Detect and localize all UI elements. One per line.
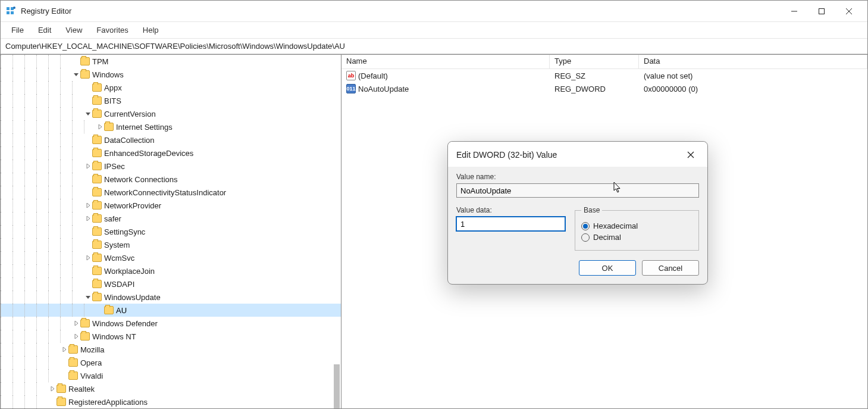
folder-icon [92, 214, 102, 223]
cancel-button[interactable]: Cancel [642, 260, 699, 276]
radio-decimal[interactable]: Decimal [581, 233, 692, 242]
tree-node-currentversion[interactable]: CurrentVersion [1, 107, 341, 120]
tree-node-registeredapplications[interactable]: RegisteredApplications [1, 395, 341, 408]
window-title: Registry Editor [21, 7, 781, 15]
list-row[interactable]: ab(Default)REG_SZ(value not set) [341, 69, 867, 82]
tree-node-opera[interactable]: Opera [1, 356, 341, 369]
expander-icon[interactable] [84, 202, 92, 209]
col-header-type[interactable]: Type [550, 55, 639, 68]
tree-node-appx[interactable]: Appx [1, 81, 341, 94]
tree-node-label: SettingSync [104, 227, 145, 236]
folder-icon [92, 254, 102, 262]
value-name-label: Value name: [456, 173, 699, 181]
expander-icon[interactable] [48, 386, 57, 392]
dialog-close-button[interactable] [682, 148, 699, 162]
tree-node-label: WindowsUpdate [104, 293, 161, 302]
tree-node-workplacejoin[interactable]: WorkplaceJoin [1, 264, 341, 277]
main-split: TPMWindowsAppxBITSCurrentVersionInternet… [1, 54, 867, 408]
list-header: Name Type Data [341, 55, 867, 69]
expander-icon[interactable] [84, 163, 92, 170]
tree-node-wcmsvc[interactable]: WcmSvc [1, 251, 341, 264]
tree-node-label: TPM [92, 57, 108, 66]
menu-view[interactable]: View [59, 24, 88, 36]
tree-node-datacollection[interactable]: DataCollection [1, 133, 341, 146]
tree-node-safer[interactable]: safer [1, 212, 341, 225]
folder-icon [92, 96, 102, 105]
menu-favorites[interactable]: Favorites [90, 24, 134, 36]
tree-node-vivaldi[interactable]: Vivaldi [1, 369, 341, 382]
expander-icon[interactable] [60, 346, 68, 353]
tree-node-internet-settings[interactable]: Internet Settings [1, 120, 341, 133]
tree-node-settingsync[interactable]: SettingSync [1, 225, 341, 238]
expander-icon[interactable] [72, 333, 80, 340]
close-button[interactable] [835, 2, 863, 21]
tree-node-windows-defender[interactable]: Windows Defender [1, 317, 341, 330]
tree-node-wsdapi[interactable]: WSDAPI [1, 277, 341, 291]
tree-node-label: NetworkProvider [104, 201, 161, 210]
expander-icon[interactable] [84, 255, 92, 261]
minimize-button[interactable] [781, 2, 808, 21]
base-legend: Base [581, 206, 602, 214]
radio-hexadecimal[interactable]: Hexadecimal [581, 221, 692, 230]
tree-node-network-connections[interactable]: Network Connections [1, 173, 341, 186]
menu-edit[interactable]: Edit [32, 24, 57, 36]
expander-icon[interactable] [84, 216, 92, 222]
col-header-name[interactable]: Name [341, 55, 550, 68]
folder-icon [92, 175, 102, 183]
radio-hex-label: Hexadecimal [593, 221, 638, 230]
maximize-button[interactable] [808, 2, 835, 21]
folder-icon [57, 385, 66, 393]
value-name: NoAutoUpdate [358, 85, 409, 93]
value-data-input[interactable] [456, 217, 565, 231]
tree-node-realtek[interactable]: Realtek [1, 382, 341, 395]
expander-icon[interactable] [96, 124, 104, 130]
value-data: 0x00000000 (0) [639, 85, 867, 93]
tree-node-windowsupdate[interactable]: WindowsUpdate [1, 291, 341, 304]
registry-tree[interactable]: TPMWindowsAppxBITSCurrentVersionInternet… [1, 55, 341, 408]
folder-icon [80, 57, 90, 65]
folder-icon [68, 345, 78, 354]
folder-icon [104, 123, 114, 131]
registry-editor-window: Registry Editor File Edit View Favorites… [0, 0, 868, 409]
folder-icon [92, 162, 102, 170]
tree-node-label: Appx [104, 83, 122, 92]
edit-dword-dialog: Edit DWORD (32-bit) Value Value name: Va… [447, 141, 708, 285]
tree-node-networkconnectivitystatusindicator[interactable]: NetworkConnectivityStatusIndicator [1, 186, 341, 199]
tree-node-windows[interactable]: Windows [1, 68, 341, 81]
expander-icon[interactable] [84, 111, 92, 117]
tree-node-label: Network Connections [104, 175, 178, 184]
list-row[interactable]: 011NoAutoUpdateREG_DWORD0x00000000 (0) [341, 82, 867, 95]
tree-node-label: safer [104, 214, 121, 223]
tree-node-bits[interactable]: BITS [1, 94, 341, 107]
tree-node-label: NetworkConnectivityStatusIndicator [104, 188, 226, 197]
tree-scrollbar-thumb[interactable] [334, 364, 340, 408]
col-header-data[interactable]: Data [639, 55, 867, 68]
menu-file[interactable]: File [5, 24, 30, 36]
folder-icon [92, 293, 102, 301]
ok-button[interactable]: OK [579, 260, 636, 276]
tree-node-windows-nt[interactable]: Windows NT [1, 330, 341, 343]
value-name-input[interactable] [456, 183, 699, 198]
radio-dec-indicator [581, 233, 590, 242]
tree-node-tpm[interactable]: TPM [1, 55, 341, 68]
expander-icon[interactable] [72, 71, 80, 78]
address-bar[interactable]: Computer\HKEY_LOCAL_MACHINE\SOFTWARE\Pol… [1, 39, 867, 54]
expander-icon[interactable] [84, 294, 92, 301]
tree-node-ipsec[interactable]: IPSec [1, 160, 341, 173]
tree-node-system[interactable]: System [1, 238, 341, 251]
tree-node-label: Vivaldi [80, 371, 103, 380]
expander-icon[interactable] [72, 320, 80, 327]
tree-node-networkprovider[interactable]: NetworkProvider [1, 199, 341, 212]
dword-value-icon: 011 [346, 84, 356, 93]
folder-icon [92, 136, 102, 144]
value-data: (value not set) [639, 71, 867, 80]
tree-node-au[interactable]: AU [1, 304, 341, 317]
tree-node-enhancedstoragedevices[interactable]: EnhancedStorageDevices [1, 146, 341, 160]
menu-help[interactable]: Help [137, 24, 165, 36]
tree-node-label: Opera [80, 358, 102, 367]
value-type: REG_DWORD [550, 85, 639, 93]
tree-node-mozilla[interactable]: Mozilla [1, 343, 341, 356]
value-data-label: Value data: [456, 206, 565, 214]
svg-rect-2 [7, 11, 10, 14]
folder-icon [92, 83, 102, 92]
